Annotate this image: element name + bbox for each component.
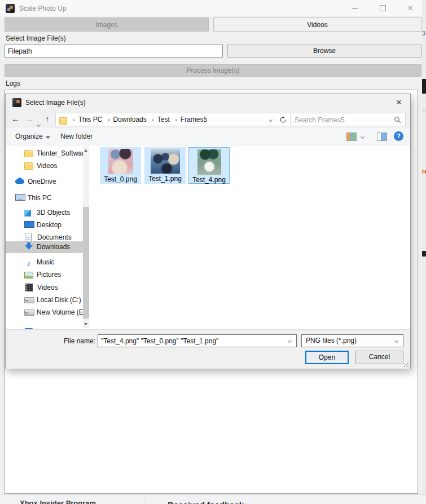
filepath-input[interactable] xyxy=(5,45,223,58)
dialog-titlebar: Select Image File(s) × xyxy=(6,94,410,111)
dialog-content: Tkinter_Software Videos OneDrive This PC… xyxy=(6,145,410,329)
minimize-button[interactable] xyxy=(345,0,364,17)
background-window-bottom: Xbox Insider Program Received feedback xyxy=(0,494,426,504)
sidebar-item-new-volume-e[interactable]: New Volume (E:) xyxy=(6,307,83,319)
preview-pane-icon[interactable] xyxy=(377,132,387,141)
3d-cube-icon xyxy=(24,210,31,216)
dialog-navigation-bar: ← → ↑ ›This PC ›Downloads ›Test ›Frames5 xyxy=(6,111,410,128)
logs-label: Logs xyxy=(6,79,20,87)
open-button[interactable]: Open xyxy=(305,351,349,364)
desktop-icon xyxy=(24,220,33,229)
breadcrumb-test[interactable]: Test xyxy=(157,116,170,123)
process-images-button[interactable]: Process Image(s) xyxy=(5,64,421,77)
dialog-close-icon[interactable]: × xyxy=(392,96,406,109)
app-icon xyxy=(6,4,15,13)
divider xyxy=(275,114,275,126)
scrollbar-thumb[interactable] xyxy=(83,207,89,319)
breadcrumb-frames5[interactable]: Frames5 xyxy=(181,116,207,123)
background-link-xbox: Xbox Insider Program xyxy=(20,499,96,504)
navigation-sidebar: Tkinter_Software Videos OneDrive This PC… xyxy=(6,145,89,329)
sidebar-item-onedrive[interactable]: OneDrive xyxy=(6,176,83,188)
chevron-right-icon: › xyxy=(69,116,78,123)
background-heading: Received feedback xyxy=(168,500,244,504)
thumbnail-view-icon[interactable] xyxy=(346,132,357,141)
dialog-icon xyxy=(12,98,21,107)
history-chevron-icon[interactable] xyxy=(37,118,40,128)
file-tile-test1[interactable]: Test_1.png xyxy=(144,147,186,184)
disk-drive-icon xyxy=(24,307,33,316)
chevron-down-icon xyxy=(46,136,50,139)
breadcrumb-this-pc[interactable]: This PC xyxy=(78,116,103,123)
sidebar-item-3d-objects[interactable]: 3D Objects xyxy=(6,207,83,219)
onedrive-cloud-icon xyxy=(15,176,24,185)
open-file-dialog: Select Image File(s) × ← → ↑ ›This PC ›D… xyxy=(5,94,411,369)
folder-icon xyxy=(59,117,67,125)
forward-icon[interactable]: → xyxy=(25,114,33,123)
film-icon xyxy=(25,284,33,291)
music-note-icon: ♪ xyxy=(24,259,33,268)
file-name-label: Test_0.png xyxy=(100,175,141,183)
document-icon xyxy=(25,233,32,241)
chevron-down-icon[interactable] xyxy=(288,339,292,343)
file-name-combobox[interactable] xyxy=(98,334,297,347)
browse-button[interactable]: Browse xyxy=(227,45,421,58)
new-folder-button[interactable]: New folder xyxy=(60,132,93,140)
address-dropdown-icon[interactable] xyxy=(269,118,273,122)
up-icon[interactable]: ↑ xyxy=(45,114,50,123)
app-title: Scale Photo Up xyxy=(19,5,66,12)
file-tile-test4[interactable]: Test_4.png xyxy=(188,147,230,184)
file-type-value: PNG files (*.png) xyxy=(306,337,357,344)
view-dropdown-icon[interactable] xyxy=(361,135,364,139)
sidebar-item-local-disk-c[interactable]: Local Disk (C:) xyxy=(6,294,83,306)
back-icon[interactable]: ← xyxy=(11,114,20,123)
background-divider xyxy=(422,110,426,110)
scroll-down-icon[interactable] xyxy=(83,320,89,328)
image-thumbnail xyxy=(151,149,180,174)
maximize-button[interactable] xyxy=(374,0,393,17)
chevron-right-icon: › xyxy=(104,116,113,123)
organize-menu[interactable]: Organize xyxy=(15,132,50,140)
picture-icon xyxy=(24,272,33,278)
cancel-button[interactable]: Cancel xyxy=(355,351,403,364)
background-text-fragment: re xyxy=(422,169,426,175)
sidebar-item-videos[interactable]: Videos xyxy=(6,282,83,294)
sidebar-item-partial[interactable] xyxy=(6,322,83,329)
file-name-input[interactable] xyxy=(98,335,284,347)
breadcrumb-downloads[interactable]: Downloads xyxy=(113,116,146,123)
resize-grip[interactable] xyxy=(403,362,409,367)
sidebar-item-tkinter-software[interactable]: Tkinter_Software xyxy=(6,148,83,160)
disk-drive-icon xyxy=(24,295,33,304)
dialog-toolbar: Organize New folder ? xyxy=(6,128,410,145)
dialog-footer: File name: PNG files (*.png) Open Cancel xyxy=(6,329,410,369)
file-name-label: Test_1.png xyxy=(144,175,186,183)
search-icon[interactable] xyxy=(394,116,401,125)
download-arrow-icon xyxy=(24,242,33,251)
chevron-right-icon: › xyxy=(172,116,181,123)
chevron-right-icon: › xyxy=(148,116,157,123)
chevron-down-icon[interactable] xyxy=(394,339,398,343)
file-tile-test0[interactable]: Test_0.png xyxy=(100,147,141,184)
refresh-icon[interactable] xyxy=(279,116,287,125)
background-dark-block xyxy=(422,251,426,257)
app-titlebar: Scale Photo Up × xyxy=(0,0,422,17)
scroll-up-icon[interactable] xyxy=(83,147,89,154)
computer-icon xyxy=(15,193,24,202)
sidebar-item-downloads[interactable]: Downloads xyxy=(6,241,83,253)
search-placeholder: Search Frames5 xyxy=(295,116,345,124)
sidebar-scrollbar[interactable] xyxy=(83,147,89,328)
search-input[interactable]: Search Frames5 xyxy=(290,113,406,126)
sidebar-item-desktop[interactable]: Desktop xyxy=(6,219,83,231)
file-name-label: Test_4.png xyxy=(189,176,229,184)
address-bar[interactable]: ›This PC ›Downloads ›Test ›Frames5 xyxy=(55,113,291,126)
close-button[interactable]: × xyxy=(401,0,420,17)
tab-videos[interactable]: Videos xyxy=(213,17,421,32)
tab-images[interactable]: Images xyxy=(5,17,209,32)
sidebar-item-music[interactable]: ♪Music xyxy=(6,257,83,268)
folder-icon xyxy=(24,162,33,170)
sidebar-item-this-pc[interactable]: This PC xyxy=(6,192,83,204)
sidebar-item-videos-folder[interactable]: Videos xyxy=(6,160,83,172)
sidebar-item-pictures[interactable]: Pictures xyxy=(6,269,83,281)
help-icon[interactable]: ? xyxy=(394,131,403,141)
folder-icon xyxy=(24,150,33,157)
file-type-select[interactable]: PNG files (*.png) xyxy=(301,334,403,347)
